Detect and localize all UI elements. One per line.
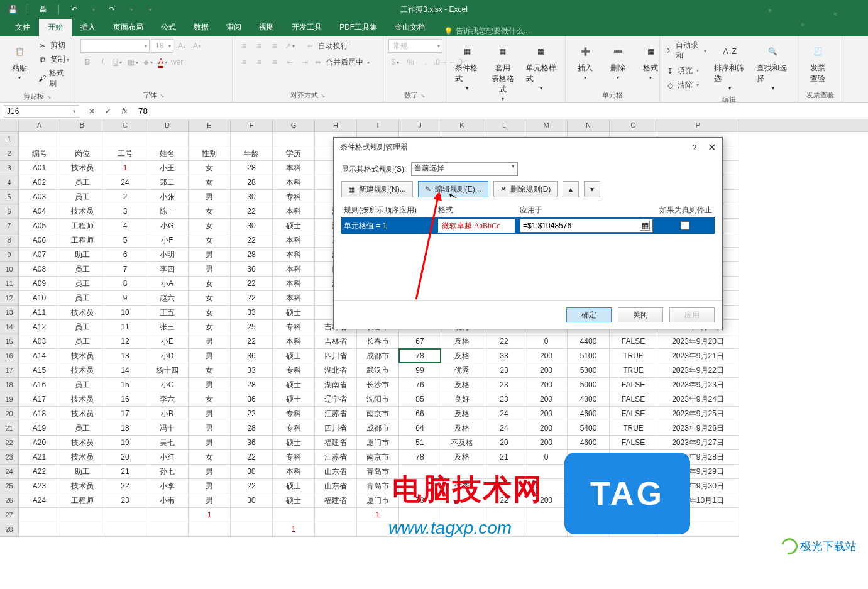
- cell[interactable]: 及格: [441, 407, 483, 421]
- cell[interactable]: [104, 522, 146, 537]
- tell-me[interactable]: 💡告诉我您想要做什么...: [434, 26, 530, 36]
- tab-home[interactable]: 开始: [39, 18, 72, 36]
- cell[interactable]: 男: [189, 248, 231, 262]
- cell[interactable]: 67: [399, 334, 441, 349]
- cell[interactable]: 江苏省: [315, 407, 357, 421]
- increase-decimal-icon[interactable]: .0→: [434, 55, 448, 69]
- cell[interactable]: 郑二: [146, 175, 189, 190]
- cell[interactable]: [483, 522, 525, 537]
- cell[interactable]: 11: [104, 320, 146, 334]
- cell[interactable]: 本科: [273, 334, 315, 349]
- cell[interactable]: 本科: [273, 465, 315, 479]
- cell[interactable]: 1: [189, 508, 231, 522]
- cell[interactable]: 女: [189, 450, 231, 465]
- cell[interactable]: 6000: [568, 479, 610, 493]
- cell[interactable]: 2023年9月26日: [657, 421, 739, 436]
- cell[interactable]: 5100: [568, 349, 610, 363]
- cell[interactable]: 21: [104, 465, 146, 479]
- row-header[interactable]: 20: [0, 407, 19, 421]
- row-header[interactable]: 9: [0, 248, 19, 262]
- cell[interactable]: 28: [231, 175, 273, 190]
- cell[interactable]: 30: [231, 465, 273, 479]
- fill-button[interactable]: ↧填充: [665, 64, 706, 77]
- column-header[interactable]: G: [273, 119, 315, 131]
- cell[interactable]: 2023年9月25日: [657, 407, 739, 421]
- cell[interactable]: A19: [19, 421, 60, 436]
- tab-review[interactable]: 审阅: [217, 18, 250, 36]
- cell[interactable]: [273, 132, 315, 146]
- cell[interactable]: [104, 508, 146, 522]
- cell[interactable]: 专科: [273, 450, 315, 465]
- cell[interactable]: [483, 479, 525, 493]
- cell[interactable]: FALSE: [610, 378, 657, 392]
- cell[interactable]: 23: [483, 378, 525, 392]
- cell[interactable]: 湖南省: [315, 378, 357, 392]
- applies-to-input[interactable]: =$1:$1048576▦: [520, 219, 653, 233]
- row-header[interactable]: 25: [0, 479, 19, 493]
- cell[interactable]: 2023年9月29日: [657, 465, 739, 479]
- row-header[interactable]: 18: [0, 378, 19, 392]
- currency-icon[interactable]: $: [388, 55, 402, 69]
- cell[interactable]: [189, 522, 231, 537]
- cell[interactable]: 女: [189, 175, 231, 190]
- autosum-button[interactable]: Σ自动求和: [665, 39, 706, 63]
- cell[interactable]: [610, 493, 657, 508]
- column-header[interactable]: D: [146, 119, 189, 131]
- cell[interactable]: 技术员: [60, 204, 104, 219]
- cell[interactable]: [315, 522, 357, 537]
- cell[interactable]: 4600: [568, 436, 610, 450]
- cell[interactable]: 28: [231, 248, 273, 262]
- cell[interactable]: 硕士: [273, 493, 315, 508]
- cell[interactable]: 小F: [146, 233, 189, 248]
- cell[interactable]: 工号: [104, 146, 146, 161]
- cell[interactable]: 小红: [146, 450, 189, 465]
- cell[interactable]: A16: [19, 378, 60, 392]
- cell[interactable]: 硕士: [273, 479, 315, 493]
- cell[interactable]: A07: [19, 248, 60, 262]
- cell[interactable]: 200: [525, 407, 568, 421]
- cell[interactable]: 青岛市: [357, 479, 399, 493]
- delete-rule-button[interactable]: ✕删除规则(D): [493, 181, 558, 197]
- cell[interactable]: 工程师: [60, 233, 104, 248]
- cell[interactable]: 22: [231, 204, 273, 219]
- cell[interactable]: 技术员: [60, 161, 104, 175]
- cell[interactable]: 3: [104, 204, 146, 219]
- cell[interactable]: 员工: [60, 277, 104, 291]
- cell[interactable]: [525, 508, 568, 522]
- cell[interactable]: 30: [231, 190, 273, 204]
- cell[interactable]: 硕士: [273, 392, 315, 407]
- cell[interactable]: [19, 522, 60, 537]
- cell[interactable]: 小韦: [146, 493, 189, 508]
- show-rules-for-select[interactable]: 当前选择: [411, 162, 518, 176]
- cell[interactable]: 99: [399, 363, 441, 378]
- cell[interactable]: 及格: [441, 421, 483, 436]
- cell[interactable]: A17: [19, 392, 60, 407]
- cell[interactable]: A08: [19, 262, 60, 277]
- increase-font-icon[interactable]: A▴: [175, 39, 189, 53]
- underline-button[interactable]: U: [111, 55, 124, 69]
- font-color-button[interactable]: A: [156, 55, 170, 69]
- cell[interactable]: [441, 493, 483, 508]
- font-size-combo[interactable]: 18: [151, 39, 173, 53]
- cell[interactable]: 技术员: [60, 436, 104, 450]
- cell[interactable]: 36: [231, 392, 273, 407]
- cell[interactable]: [568, 508, 610, 522]
- cell[interactable]: 16: [104, 392, 146, 407]
- cell[interactable]: 1: [104, 161, 146, 175]
- find-select-button[interactable]: 🔍查找和选择▾: [753, 39, 793, 94]
- cell[interactable]: 200: [525, 421, 568, 436]
- cell[interactable]: 女: [189, 233, 231, 248]
- cell[interactable]: 22: [231, 450, 273, 465]
- cell[interactable]: 4: [104, 219, 146, 233]
- cell[interactable]: 优秀: [441, 363, 483, 378]
- cell[interactable]: 小G: [146, 219, 189, 233]
- cell[interactable]: 200: [525, 363, 568, 378]
- cell[interactable]: 女: [189, 277, 231, 291]
- cell[interactable]: 0: [525, 450, 568, 465]
- cell[interactable]: 2023年10月1日: [657, 493, 739, 508]
- row-header[interactable]: 17: [0, 363, 19, 378]
- cell[interactable]: 6: [104, 248, 146, 262]
- cell[interactable]: A03: [19, 334, 60, 349]
- tab-pagelayout[interactable]: 页面布局: [104, 18, 152, 36]
- cell[interactable]: [60, 508, 104, 522]
